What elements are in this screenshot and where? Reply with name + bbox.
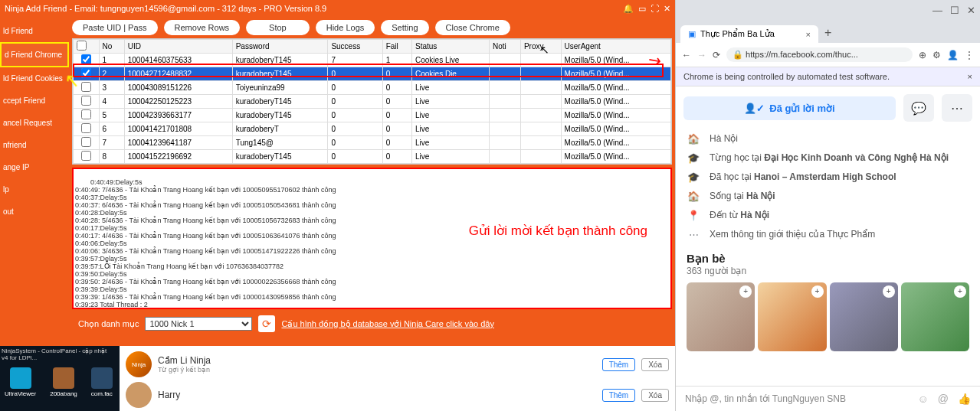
col-header[interactable]: Proxy — [520, 40, 561, 54]
log-panel[interactable]: 0:40:49:Delay:5s 0:40:49: 7/4636 - Tài K… — [72, 168, 672, 309]
reload-icon[interactable]: ⟳ — [713, 50, 720, 60]
more-button[interactable]: ⋯ — [942, 94, 972, 122]
col-header[interactable]: Password — [232, 40, 328, 54]
table-row[interactable]: 5100042393663177kuradoberyT14500LiveMozi… — [74, 109, 671, 122]
sidebar-item[interactable]: d Friend Chrome — [0, 42, 69, 67]
back-icon[interactable]: ← — [682, 50, 691, 60]
col-header[interactable]: Success — [328, 40, 382, 54]
select-label: Chọn danh mục — [78, 319, 139, 329]
minimize-icon[interactable]: ▭ — [638, 4, 646, 14]
select-all-checkbox[interactable] — [77, 41, 87, 51]
sidebar-item[interactable]: lp — [0, 178, 69, 201]
table-row[interactable]: 1100041460375633kuradoberyT14571Cookies … — [74, 54, 671, 67]
profile-info-row[interactable]: ⋯Xem thông tin giới thiệu của Thực Phẩm — [676, 225, 980, 244]
profile-info-row[interactable]: 🎓Từng học tại Đại Học Kinh Doanh và Công… — [676, 148, 980, 168]
title-text: Ninja Add Friend - Email: tungnguyen1459… — [5, 4, 326, 13]
setting-button[interactable]: Setting — [381, 20, 428, 35]
sidebar-item[interactable]: ccept Friend — [0, 90, 69, 112]
close-icon[interactable]: ✕ — [664, 4, 670, 14]
table-row[interactable]: 4100042250125223kuradoberyT14500LiveMozi… — [74, 95, 671, 109]
profile-info-row[interactable]: 🎓Đã học tại Hanoi – Amsterdam High Schoo… — [676, 168, 980, 187]
remove-button[interactable]: Xóa — [641, 358, 669, 371]
col-header[interactable]: No — [99, 40, 124, 54]
browser-close-icon[interactable]: ✕ — [967, 5, 975, 16]
attach-icon[interactable]: @ — [938, 393, 949, 405]
emoji-icon[interactable]: ☺ — [917, 393, 928, 405]
col-header[interactable]: Fail — [382, 40, 411, 54]
config-link[interactable]: Cấu hình đồng bộ database với Ninja Care… — [281, 319, 493, 329]
close-chrome-button[interactable]: Close Chrome — [435, 20, 510, 35]
refresh-button[interactable]: ⟳ — [258, 315, 275, 332]
automation-info-bar: Chrome is being controlled by automated … — [676, 67, 980, 86]
desktop-icon[interactable]: com.fac — [91, 367, 113, 397]
maximize-icon[interactable]: ⛶ — [651, 4, 659, 14]
col-header[interactable]: UID — [124, 40, 232, 54]
row-checkbox[interactable] — [81, 123, 91, 133]
sidebar-item[interactable]: ld Friend Cookies — [0, 67, 69, 90]
menu-icon[interactable]: ⋮ — [965, 50, 974, 60]
sidebar-item[interactable]: ld Friend — [0, 20, 69, 42]
compose-placeholder[interactable]: Nhập @, tin nhắn tới TungNguyen SNB — [685, 393, 910, 404]
col-header[interactable]: UserAgent — [561, 40, 670, 54]
table-row[interactable]: 7100041239641187Tung145@00LiveMozilla/5.… — [74, 136, 671, 150]
accounts-grid[interactable]: NoUIDPasswordSuccessFailStatusNotiProxyU… — [72, 38, 672, 165]
friend-photo[interactable]: + — [901, 282, 969, 351]
friend-photos: + + + + — [676, 279, 980, 354]
bell-icon[interactable]: 🔔 — [623, 4, 634, 14]
row-checkbox[interactable] — [81, 82, 91, 92]
profile-info-row[interactable]: 📍Đến từ Hà Nội — [676, 206, 980, 225]
table-row[interactable]: 2100042712488832kuradoberyT14500Cookies … — [74, 67, 671, 81]
table-row[interactable]: 6100041421701808kuradoberyT00LiveMozilla… — [74, 122, 671, 136]
toolbar: Paste UID | Pass Remove Rows Stop Hide L… — [72, 20, 672, 35]
browser-titlebar: — ☐ ✕ — [676, 0, 980, 20]
row-checkbox[interactable] — [81, 137, 91, 147]
forward-icon[interactable]: → — [697, 50, 706, 60]
sidebar-item[interactable]: ange IP — [0, 156, 69, 178]
friend-photo[interactable]: + — [830, 282, 898, 351]
row-checkbox[interactable] — [81, 54, 91, 64]
sidebar-item[interactable]: ancel Request — [0, 112, 69, 134]
browser-maximize-icon[interactable]: ☐ — [950, 5, 959, 16]
paste-uid-button[interactable]: Paste UID | Pass — [72, 20, 158, 35]
tab-close-icon[interactable]: × — [806, 30, 811, 39]
browser-tab[interactable]: ▣ Thực Phẩm Ba Lửa × — [680, 25, 818, 43]
remove-rows-button[interactable]: Remove Rows — [164, 20, 241, 35]
friend-photo[interactable]: + — [758, 282, 826, 351]
desktop-icon[interactable]: UltraViewer — [5, 367, 36, 397]
remove-button[interactable]: Xóa — [641, 389, 669, 402]
add-button[interactable]: Thêm — [602, 358, 636, 371]
row-checkbox[interactable] — [81, 96, 91, 106]
sidebar-item[interactable]: nfriend — [0, 134, 69, 156]
friend-photo[interactable]: + — [687, 282, 755, 351]
avatar[interactable]: Ninja — [126, 351, 152, 377]
infobar-close-icon[interactable]: × — [968, 72, 972, 81]
col-header[interactable]: Status — [412, 40, 490, 54]
profile-info-row[interactable]: 🏠Sống tại Hà Nội — [676, 187, 980, 206]
avatar[interactable] — [126, 382, 152, 408]
translate-icon[interactable]: ⊕ — [919, 50, 926, 60]
col-header[interactable]: Noti — [490, 40, 521, 54]
taskbar-text1: NinjaSystem - ControlPanel - cập nhật — [2, 347, 118, 354]
sidebar-item[interactable]: out — [0, 201, 69, 223]
table-row[interactable]: 3100043089151226Toiyeuninza9900LiveMozil… — [74, 81, 671, 95]
browser-minimize-icon[interactable]: — — [932, 5, 942, 16]
messenger-button[interactable]: 💬 — [903, 94, 934, 122]
hide-logs-button[interactable]: Hide Logs — [316, 20, 375, 35]
row-checkbox[interactable] — [81, 109, 91, 119]
table-row[interactable]: 8100041522196692kuradoberyT14500LiveMozi… — [74, 150, 671, 164]
url-field[interactable]: 🔒 https://m.facebook.com/thuc... — [726, 47, 913, 62]
puzzle-icon[interactable]: ⚙ — [932, 50, 941, 60]
like-icon[interactable]: 👍 — [958, 393, 971, 405]
add-button[interactable]: Thêm — [602, 389, 636, 402]
table-row[interactable]: 9100041507647323kuradoberyT14500LiveMozi… — [74, 164, 671, 165]
desktop-icon[interactable]: 200abang — [50, 367, 77, 397]
avatar-icon[interactable]: 👤 — [947, 50, 959, 60]
profile-info-row[interactable]: 🏠Hà Nội — [676, 129, 980, 148]
row-checkbox[interactable] — [81, 151, 91, 161]
category-select[interactable]: 1000 Nick 1 — [145, 317, 252, 331]
stop-button[interactable]: Stop — [246, 20, 310, 35]
col-header[interactable] — [74, 40, 100, 54]
sent-request-button[interactable]: 👤✓Đã gửi lời mời — [683, 96, 896, 120]
new-tab-button[interactable]: + — [818, 23, 837, 43]
row-checkbox[interactable] — [81, 68, 91, 78]
